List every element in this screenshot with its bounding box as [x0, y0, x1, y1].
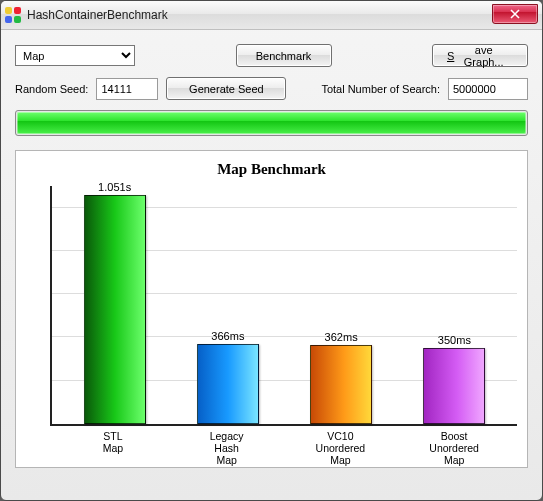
seed-row: Random Seed: Generate Seed Total Number … — [15, 77, 528, 100]
top-button-row: Map Benchmark Save Graph... — [15, 44, 528, 67]
benchmark-button[interactable]: Benchmark — [236, 44, 332, 67]
bar — [84, 195, 146, 424]
app-window: HashContainerBenchmark Map Benchmark Sav… — [0, 0, 543, 501]
random-seed-input[interactable] — [96, 78, 158, 100]
x-axis-label: VC10UnorderedMap — [307, 430, 373, 466]
save-graph-button[interactable]: Save Graph... — [432, 44, 528, 67]
save-graph-label-rest: ave Graph... — [454, 44, 513, 68]
x-axis-label: STLMap — [80, 430, 146, 466]
bar-value-label: 366ms — [211, 330, 244, 342]
client-area: Map Benchmark Save Graph... Random Seed:… — [1, 30, 542, 482]
window-title: HashContainerBenchmark — [27, 8, 168, 22]
plot-area: 1.051s366ms362ms350ms — [52, 186, 517, 426]
bar-slot: 1.051s — [82, 181, 148, 424]
total-search-label: Total Number of Search: — [321, 83, 440, 95]
container-type-combo[interactable]: Map — [15, 45, 135, 66]
x-axis-label: LegacyHashMap — [194, 430, 260, 466]
total-search-input[interactable] — [448, 78, 528, 100]
y-axis — [26, 186, 52, 426]
bar-value-label: 1.051s — [98, 181, 131, 193]
bar-slot: 366ms — [195, 330, 261, 424]
chart-panel: Map Benchmark 1.051s366ms362ms350ms STLM… — [15, 150, 528, 468]
generate-seed-button[interactable]: Generate Seed — [166, 77, 286, 100]
random-seed-label: Random Seed: — [15, 83, 88, 95]
title-bar[interactable]: HashContainerBenchmark — [1, 1, 542, 30]
close-icon — [510, 9, 520, 19]
app-icon — [5, 7, 21, 23]
chart-plot: 1.051s366ms362ms350ms — [26, 186, 517, 426]
close-button[interactable] — [492, 4, 538, 24]
progress-fill — [17, 112, 526, 134]
x-axis-label: BoostUnorderedMap — [421, 430, 487, 466]
bar — [197, 344, 259, 424]
bar-value-label: 362ms — [325, 331, 358, 343]
bar-value-label: 350ms — [438, 334, 471, 346]
bar — [310, 345, 372, 424]
x-axis: STLMapLegacyHashMapVC10UnorderedMapBoost… — [26, 430, 517, 466]
bar-slot: 350ms — [421, 334, 487, 424]
bar-slot: 362ms — [308, 331, 374, 424]
bars-container: 1.051s366ms362ms350ms — [52, 186, 517, 424]
bar — [423, 348, 485, 424]
progress-bar — [15, 110, 528, 136]
chart-title: Map Benchmark — [26, 161, 517, 178]
